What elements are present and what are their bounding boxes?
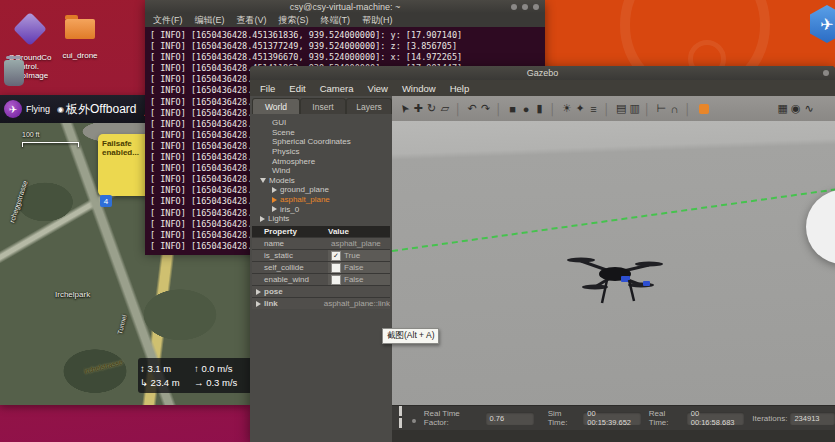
undo-icon[interactable]: ↶	[468, 102, 477, 115]
property-row-link[interactable]: link asphalt_plane::link	[252, 297, 390, 309]
menu-view[interactable]: 查看(V)	[237, 14, 267, 27]
record-icon[interactable]: ◉	[791, 102, 800, 115]
plot-icon[interactable]: ∿	[805, 102, 814, 115]
menu-edit[interactable]: 编辑(E)	[195, 14, 225, 27]
window-controls	[511, 4, 539, 10]
iris-drone-model[interactable]	[555, 251, 675, 309]
tree-item-lights[interactable]: Lights	[250, 214, 392, 224]
speed-value: 0.3 m/s	[206, 377, 237, 388]
desktop-icon-cui-drone[interactable]: cui_drone	[48, 10, 112, 69]
triangle-right-icon[interactable]	[256, 289, 261, 295]
telemetry-overlay: ↕ 3.1 m ↑ 0.0 m/s ↳ 23.4 m → 0.3 m/s	[138, 358, 250, 393]
tab-world[interactable]: World	[252, 98, 300, 114]
menu-camera[interactable]: Camera	[320, 83, 354, 94]
property-row-self-collide[interactable]: self_collide False	[252, 261, 390, 273]
tab-insert[interactable]: Insert	[300, 98, 346, 114]
close-button[interactable]	[823, 70, 829, 76]
menu-edit[interactable]: Edit	[289, 83, 305, 94]
toolbar-separator: │	[549, 103, 558, 115]
map-scale-label: 100 ft	[22, 131, 40, 138]
tree-item-atmosphere[interactable]: Atmosphere	[250, 156, 392, 166]
triangle-right-icon[interactable]	[272, 206, 277, 212]
translate-icon[interactable]: ✚	[414, 102, 423, 115]
property-label: enable_wind	[252, 275, 328, 284]
menu-file[interactable]: 文件(F)	[153, 14, 183, 27]
tree-item-iris-0[interactable]: iris_0	[250, 204, 392, 214]
tree-item-physics[interactable]: Physics	[250, 147, 392, 157]
cylinder-icon[interactable]: ▮	[535, 102, 544, 115]
triangle-right-icon[interactable]	[272, 187, 277, 193]
property-table-header: Property Value	[252, 226, 390, 237]
box-icon[interactable]: ■	[508, 103, 517, 115]
real-time-label: Real Time:	[649, 409, 684, 427]
tree-item-spherical-coordinates[interactable]: Spherical Coordinates	[250, 137, 392, 147]
rotate-icon[interactable]: ↻	[427, 102, 436, 115]
real-time-value: 00 00:16:58.683	[687, 412, 745, 425]
snap-icon[interactable]: ∩	[670, 103, 679, 115]
hexagon-app-icon[interactable]: ✈	[810, 5, 835, 43]
gazebo-3d-viewport[interactable]	[392, 121, 835, 405]
desktop-icon-trash[interactable]	[4, 60, 24, 86]
screenshot-icon[interactable]: ▦	[778, 102, 787, 115]
property-row-enable-wind[interactable]: enable_wind False	[252, 273, 390, 285]
maximize-button[interactable]	[522, 4, 528, 10]
trajectory-line	[392, 188, 835, 252]
qgc-logo-icon[interactable]: ✈	[4, 100, 22, 118]
triangle-right-icon[interactable]	[256, 301, 261, 307]
menu-search[interactable]: 搜索(S)	[279, 14, 309, 27]
menu-terminal[interactable]: 终端(T)	[321, 14, 351, 27]
pause-button[interactable]	[399, 406, 408, 430]
triangle-right-icon[interactable]	[260, 216, 265, 222]
property-row-is-static[interactable]: is_static ✓True	[252, 249, 390, 261]
selection-box-icon[interactable]	[699, 104, 709, 114]
street-label: rcheggstrasse	[8, 145, 39, 223]
terminal-titlebar[interactable]: csy@csy-virtual-machine: ~	[145, 0, 545, 13]
paste-icon[interactable]: ▥	[630, 102, 639, 115]
property-row-pose[interactable]: pose	[252, 285, 390, 297]
tree-item-ground-plane[interactable]: ground_plane	[250, 185, 392, 195]
property-value: asphalt_plane::link	[321, 298, 390, 309]
tab-layers[interactable]: Layers	[346, 98, 392, 114]
property-label: link	[264, 299, 278, 308]
step-button[interactable]	[412, 419, 416, 423]
directional-light-icon[interactable]: ≡	[589, 103, 598, 115]
menu-help[interactable]: 帮助(H)	[362, 14, 393, 27]
menu-file[interactable]: File	[260, 83, 275, 94]
menu-help[interactable]: Help	[450, 83, 470, 94]
triangle-down-icon[interactable]	[260, 178, 266, 183]
sim-time-value: 00 00:15:39.652	[583, 412, 641, 425]
tree-item-asphalt-plane[interactable]: asphalt_plane	[250, 195, 392, 205]
street-label: irchelstrasse	[84, 358, 124, 374]
spot-light-icon[interactable]: ✦	[576, 102, 585, 115]
menu-window[interactable]: Window	[402, 83, 436, 94]
tree-item-gui[interactable]: GUI	[250, 118, 392, 128]
point-light-icon[interactable]: ☀	[562, 102, 571, 115]
copy-icon[interactable]: ▤	[616, 102, 625, 115]
redo-icon[interactable]: ↷	[481, 102, 490, 115]
triangle-right-icon[interactable]	[272, 197, 277, 203]
map-marker-4[interactable]: 4	[100, 195, 112, 207]
scale-icon[interactable]: ▱	[441, 102, 450, 115]
property-value: asphalt_plane	[328, 238, 390, 249]
minimize-button[interactable]	[511, 4, 517, 10]
align-icon[interactable]: ⊢	[657, 102, 666, 115]
checkbox-unchecked-icon[interactable]	[331, 263, 341, 273]
tree-item-wind[interactable]: Wind	[250, 166, 392, 176]
property-label: name	[252, 239, 328, 248]
close-button[interactable]	[533, 4, 539, 10]
checkbox-unchecked-icon[interactable]	[331, 275, 341, 285]
tree-item-scene[interactable]: Scene	[250, 128, 392, 138]
gazebo-titlebar[interactable]: Gazebo	[250, 66, 835, 80]
flight-mode-button[interactable]: 板外Offboard	[66, 101, 136, 118]
header-value: Value	[328, 227, 349, 236]
toolbar-separator: │	[603, 103, 612, 115]
select-arrow-icon[interactable]: ➤	[397, 101, 413, 116]
iterations-value: 234913	[790, 412, 835, 425]
menu-view[interactable]: View	[367, 83, 387, 94]
gazebo-statusbar: Real Time Factor: 0.76 Sim Time: 00 00:1…	[392, 405, 835, 430]
screenshot-tooltip: 截图(Alt + A)	[382, 328, 439, 344]
checkbox-checked-icon[interactable]: ✓	[331, 251, 341, 261]
property-row-name[interactable]: name asphalt_plane	[252, 237, 390, 249]
tree-item-models[interactable]: Models	[250, 176, 392, 186]
sphere-icon[interactable]: ●	[522, 103, 531, 115]
